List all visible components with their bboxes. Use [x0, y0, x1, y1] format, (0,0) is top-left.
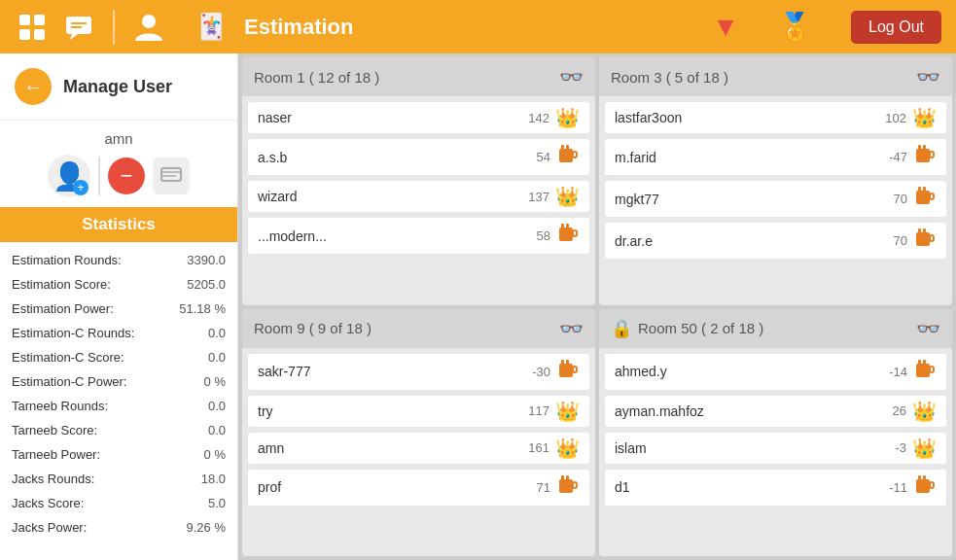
player-list: naser142👑a.s.b54wizard137👑...modern...58 — [242, 96, 595, 305]
back-button[interactable]: ← — [15, 68, 52, 105]
app-header: 🃏 Estimation ▼ 🏅 Log Out — [0, 0, 956, 53]
crown-icon: 👑 — [555, 106, 580, 129]
room-card-0: Room 1 ( 12 of 18 )👓naser142👑a.s.b54wiza… — [242, 57, 595, 305]
grid-icon[interactable] — [15, 10, 50, 45]
header-divider — [113, 10, 115, 45]
room-header-left: 🔒Room 50 ( 2 of 18 ) — [611, 318, 763, 339]
remove-user-button[interactable]: − — [108, 158, 145, 194]
stats-label: Estimation-C Rounds: — [2, 322, 160, 344]
player-score: 54 — [537, 150, 550, 164]
player-right: 137👑 — [528, 185, 580, 208]
room-header-left: Room 3 ( 5 of 18 ) — [611, 69, 728, 86]
svg-rect-12 — [573, 152, 577, 158]
player-score: 70 — [894, 233, 907, 248]
player-right: 102👑 — [885, 106, 937, 129]
person-icon[interactable] — [131, 10, 166, 45]
player-right: -47 — [889, 143, 937, 171]
stats-label: Tarneeb Power: — [2, 443, 160, 466]
svg-rect-0 — [19, 15, 30, 25]
mug-icon — [913, 473, 937, 502]
spectate-button[interactable]: 👓 — [916, 65, 940, 88]
player-right: -11 — [889, 473, 937, 502]
message-icon — [160, 167, 182, 185]
player-score: 137 — [528, 190, 549, 204]
header-nav-icons — [15, 10, 166, 45]
player-row: m.farid-47 — [605, 139, 946, 175]
stats-row: Tarneeb Rounds:0.0 — [2, 395, 235, 417]
add-user-button[interactable]: 👤 + — [48, 155, 90, 197]
svg-rect-11 — [559, 149, 573, 162]
player-right: -14 — [889, 358, 937, 386]
player-right: 142👑 — [528, 106, 580, 129]
user-actions: 👤 + − — [48, 155, 190, 197]
player-score: 58 — [537, 228, 550, 243]
mug-icon — [913, 227, 937, 255]
player-name: a.s.b — [258, 150, 287, 165]
player-name: prof — [258, 479, 281, 495]
svg-point-7 — [142, 15, 156, 28]
player-score: 142 — [528, 111, 549, 125]
user-section: amn 👤 + − — [0, 121, 237, 202]
room-title: Room 1 ( 12 of 18 ) — [254, 69, 379, 86]
player-row: lastfar3oon102👑 — [605, 102, 946, 133]
player-name: sakr-777 — [258, 364, 310, 379]
player-score: -11 — [889, 480, 907, 495]
player-score: 102 — [885, 111, 906, 125]
player-right: -3👑 — [895, 437, 937, 460]
stats-label: Jacks Power: — [2, 516, 160, 539]
svg-rect-17 — [561, 224, 564, 228]
player-score: 161 — [528, 440, 549, 455]
player-score: -3 — [895, 440, 906, 455]
player-score: 117 — [528, 403, 549, 418]
room-header-0: Room 1 ( 12 of 18 )👓 — [242, 57, 595, 96]
rooms-grid: Room 1 ( 12 of 18 )👓naser142👑a.s.b54wiza… — [238, 53, 956, 560]
svg-rect-40 — [930, 367, 934, 372]
stats-row: Estimation Score:5205.0 — [2, 273, 235, 296]
svg-rect-23 — [916, 191, 930, 204]
action-divider — [98, 157, 100, 195]
filter-icon[interactable]: ▼ — [712, 12, 739, 43]
logout-button[interactable]: Log Out — [851, 11, 941, 44]
player-right: 70 — [894, 227, 937, 255]
player-row: a.s.b54 — [248, 139, 589, 175]
player-list: ahmed.y-14ayman.mahfoz26👑islam-3👑d1-11 — [599, 348, 952, 557]
stats-label: Estimation Rounds: — [2, 249, 160, 271]
player-score: 70 — [894, 192, 907, 206]
player-right: 58 — [537, 222, 580, 250]
stats-value: 0.0 — [162, 395, 235, 417]
stats-value: 0.0 — [162, 322, 235, 344]
lock-icon: 🔒 — [611, 318, 632, 339]
player-score: -14 — [889, 365, 907, 379]
svg-rect-1 — [34, 15, 45, 25]
statistics-table: Estimation Rounds:3390.0Estimation Score… — [0, 247, 237, 541]
player-row: sakr-777-30 — [248, 354, 589, 390]
minus-icon: − — [121, 163, 133, 189]
stats-label: Jacks Score: — [2, 492, 160, 514]
player-list: sakr-777-30try117👑amn161👑prof71 — [242, 348, 595, 557]
sidebar: ← Manage User amn 👤 + − — [0, 53, 238, 560]
message-button[interactable] — [153, 158, 190, 194]
mug-icon — [913, 185, 937, 213]
app-title: Estimation — [244, 15, 353, 40]
player-name: d1 — [615, 479, 630, 495]
player-name: m.farid — [615, 150, 656, 165]
stats-value: 5.0 — [162, 492, 235, 514]
stats-value: 5205.0 — [162, 273, 235, 296]
room-header-left: Room 1 ( 12 of 18 ) — [254, 69, 379, 86]
spectate-button[interactable]: 👓 — [559, 317, 584, 340]
crown-icon: 👑 — [555, 400, 580, 423]
spectate-button[interactable]: 👓 — [559, 65, 584, 88]
player-right: 26👑 — [893, 400, 937, 423]
stats-label: Estimation-C Power: — [2, 370, 160, 393]
svg-rect-45 — [918, 475, 921, 480]
stats-value: 3390.0 — [162, 249, 235, 271]
chat-icon[interactable] — [61, 10, 96, 45]
stats-row: Tarneeb Score:0.0 — [2, 419, 235, 441]
stats-row: Estimation-C Power:0 % — [2, 370, 235, 393]
trophy-icon[interactable]: 🏅 — [778, 11, 812, 43]
svg-rect-25 — [918, 187, 921, 192]
svg-rect-2 — [19, 29, 30, 40]
stats-row: Jacks Power:9.26 % — [2, 516, 235, 539]
spectate-button[interactable]: 👓 — [916, 317, 940, 340]
svg-rect-27 — [916, 232, 930, 246]
